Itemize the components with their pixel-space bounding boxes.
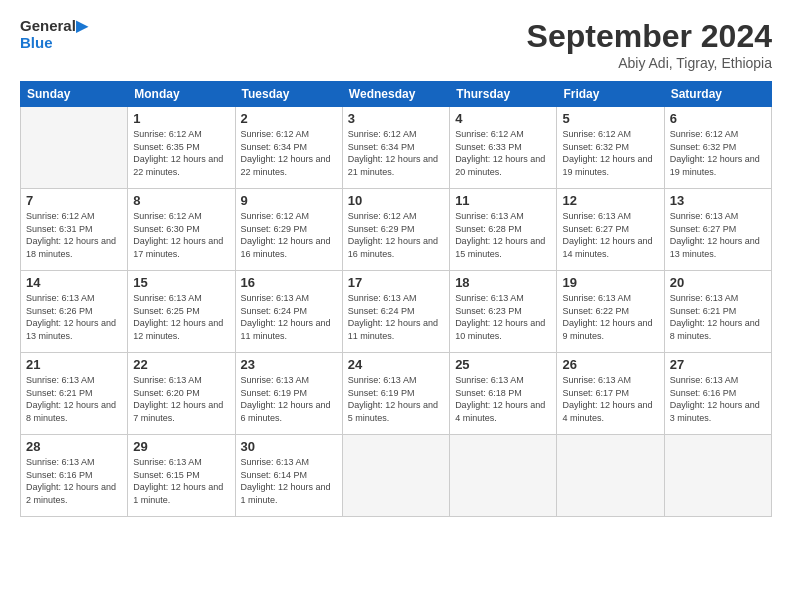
week-row-3: 14 Sunrise: 6:13 AMSunset: 6:26 PMDaylig… [21,271,772,353]
day-number: 23 [241,357,337,372]
subtitle: Abiy Adi, Tigray, Ethiopia [527,55,772,71]
col-thursday: Thursday [450,82,557,107]
day-number: 7 [26,193,122,208]
week-row-2: 7 Sunrise: 6:12 AMSunset: 6:31 PMDayligh… [21,189,772,271]
day-number: 27 [670,357,766,372]
day-info: Sunrise: 6:13 AMSunset: 6:20 PMDaylight:… [133,375,223,423]
day-number: 24 [348,357,444,372]
day-info: Sunrise: 6:13 AMSunset: 6:18 PMDaylight:… [455,375,545,423]
col-monday: Monday [128,82,235,107]
day-info: Sunrise: 6:13 AMSunset: 6:17 PMDaylight:… [562,375,652,423]
day-number: 21 [26,357,122,372]
table-row: 1 Sunrise: 6:12 AMSunset: 6:35 PMDayligh… [128,107,235,189]
day-number: 26 [562,357,658,372]
day-number: 8 [133,193,229,208]
table-row: 6 Sunrise: 6:12 AMSunset: 6:32 PMDayligh… [664,107,771,189]
day-number: 30 [241,439,337,454]
month-title: September 2024 [527,18,772,55]
col-tuesday: Tuesday [235,82,342,107]
table-row: 3 Sunrise: 6:12 AMSunset: 6:34 PMDayligh… [342,107,449,189]
logo: General▶ Blue [20,18,88,51]
day-info: Sunrise: 6:12 AMSunset: 6:29 PMDaylight:… [241,211,331,259]
day-number: 28 [26,439,122,454]
day-number: 20 [670,275,766,290]
day-info: Sunrise: 6:12 AMSunset: 6:34 PMDaylight:… [348,129,438,177]
table-row [450,435,557,517]
day-number: 18 [455,275,551,290]
table-row: 26 Sunrise: 6:13 AMSunset: 6:17 PMDaylig… [557,353,664,435]
day-info: Sunrise: 6:13 AMSunset: 6:19 PMDaylight:… [348,375,438,423]
day-info: Sunrise: 6:13 AMSunset: 6:21 PMDaylight:… [670,293,760,341]
table-row: 15 Sunrise: 6:13 AMSunset: 6:25 PMDaylig… [128,271,235,353]
table-row: 13 Sunrise: 6:13 AMSunset: 6:27 PMDaylig… [664,189,771,271]
day-number: 14 [26,275,122,290]
week-row-4: 21 Sunrise: 6:13 AMSunset: 6:21 PMDaylig… [21,353,772,435]
day-number: 16 [241,275,337,290]
table-row: 9 Sunrise: 6:12 AMSunset: 6:29 PMDayligh… [235,189,342,271]
day-info: Sunrise: 6:13 AMSunset: 6:22 PMDaylight:… [562,293,652,341]
table-row: 27 Sunrise: 6:13 AMSunset: 6:16 PMDaylig… [664,353,771,435]
logo-general: General▶ [20,18,88,35]
day-info: Sunrise: 6:13 AMSunset: 6:27 PMDaylight:… [670,211,760,259]
table-row: 2 Sunrise: 6:12 AMSunset: 6:34 PMDayligh… [235,107,342,189]
table-row: 10 Sunrise: 6:12 AMSunset: 6:29 PMDaylig… [342,189,449,271]
day-number: 9 [241,193,337,208]
table-row: 14 Sunrise: 6:13 AMSunset: 6:26 PMDaylig… [21,271,128,353]
day-info: Sunrise: 6:12 AMSunset: 6:29 PMDaylight:… [348,211,438,259]
day-number: 17 [348,275,444,290]
day-info: Sunrise: 6:13 AMSunset: 6:24 PMDaylight:… [241,293,331,341]
table-row: 4 Sunrise: 6:12 AMSunset: 6:33 PMDayligh… [450,107,557,189]
day-info: Sunrise: 6:12 AMSunset: 6:32 PMDaylight:… [670,129,760,177]
day-info: Sunrise: 6:13 AMSunset: 6:25 PMDaylight:… [133,293,223,341]
day-number: 29 [133,439,229,454]
day-info: Sunrise: 6:13 AMSunset: 6:19 PMDaylight:… [241,375,331,423]
table-row: 19 Sunrise: 6:13 AMSunset: 6:22 PMDaylig… [557,271,664,353]
title-area: September 2024 Abiy Adi, Tigray, Ethiopi… [527,18,772,71]
table-row: 12 Sunrise: 6:13 AMSunset: 6:27 PMDaylig… [557,189,664,271]
table-row: 30 Sunrise: 6:13 AMSunset: 6:14 PMDaylig… [235,435,342,517]
table-row: 17 Sunrise: 6:13 AMSunset: 6:24 PMDaylig… [342,271,449,353]
table-row: 29 Sunrise: 6:13 AMSunset: 6:15 PMDaylig… [128,435,235,517]
day-number: 11 [455,193,551,208]
day-info: Sunrise: 6:12 AMSunset: 6:34 PMDaylight:… [241,129,331,177]
day-info: Sunrise: 6:12 AMSunset: 6:33 PMDaylight:… [455,129,545,177]
table-row [342,435,449,517]
table-row: 11 Sunrise: 6:13 AMSunset: 6:28 PMDaylig… [450,189,557,271]
day-number: 4 [455,111,551,126]
day-number: 12 [562,193,658,208]
day-info: Sunrise: 6:13 AMSunset: 6:23 PMDaylight:… [455,293,545,341]
day-number: 5 [562,111,658,126]
day-number: 3 [348,111,444,126]
day-info: Sunrise: 6:13 AMSunset: 6:16 PMDaylight:… [670,375,760,423]
table-row [664,435,771,517]
day-number: 15 [133,275,229,290]
day-info: Sunrise: 6:12 AMSunset: 6:35 PMDaylight:… [133,129,223,177]
week-row-1: 1 Sunrise: 6:12 AMSunset: 6:35 PMDayligh… [21,107,772,189]
col-friday: Friday [557,82,664,107]
table-row: 8 Sunrise: 6:12 AMSunset: 6:30 PMDayligh… [128,189,235,271]
table-row: 25 Sunrise: 6:13 AMSunset: 6:18 PMDaylig… [450,353,557,435]
day-info: Sunrise: 6:12 AMSunset: 6:30 PMDaylight:… [133,211,223,259]
day-number: 6 [670,111,766,126]
table-row: 18 Sunrise: 6:13 AMSunset: 6:23 PMDaylig… [450,271,557,353]
day-number: 2 [241,111,337,126]
day-number: 22 [133,357,229,372]
day-number: 13 [670,193,766,208]
day-info: Sunrise: 6:13 AMSunset: 6:24 PMDaylight:… [348,293,438,341]
header: General▶ Blue September 2024 Abiy Adi, T… [20,18,772,71]
calendar-table: Sunday Monday Tuesday Wednesday Thursday… [20,81,772,517]
table-row: 7 Sunrise: 6:12 AMSunset: 6:31 PMDayligh… [21,189,128,271]
col-sunday: Sunday [21,82,128,107]
page: General▶ Blue September 2024 Abiy Adi, T… [0,0,792,612]
table-row [21,107,128,189]
day-info: Sunrise: 6:13 AMSunset: 6:21 PMDaylight:… [26,375,116,423]
day-info: Sunrise: 6:13 AMSunset: 6:16 PMDaylight:… [26,457,116,505]
day-info: Sunrise: 6:12 AMSunset: 6:31 PMDaylight:… [26,211,116,259]
week-row-5: 28 Sunrise: 6:13 AMSunset: 6:16 PMDaylig… [21,435,772,517]
day-info: Sunrise: 6:13 AMSunset: 6:26 PMDaylight:… [26,293,116,341]
table-row [557,435,664,517]
weekday-header-row: Sunday Monday Tuesday Wednesday Thursday… [21,82,772,107]
col-wednesday: Wednesday [342,82,449,107]
day-info: Sunrise: 6:13 AMSunset: 6:28 PMDaylight:… [455,211,545,259]
day-info: Sunrise: 6:12 AMSunset: 6:32 PMDaylight:… [562,129,652,177]
